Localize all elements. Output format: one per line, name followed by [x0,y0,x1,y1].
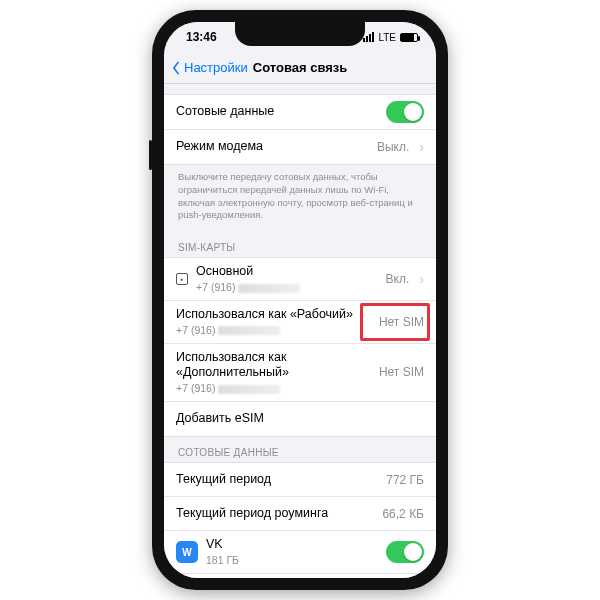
sim-value: Нет SIM [379,315,424,329]
hotspot-value: Выкл. [377,140,409,154]
sim-value: Нет SIM [379,365,424,379]
app-hotspot-row[interactable]: Режим модема 159 ГБ [164,574,436,578]
sim-section-header: SIM-КАРТЫ [164,232,436,257]
sim-phone: +7 (916) [196,281,235,293]
sim-title: Использовался как «Дополнительный» [176,350,371,381]
sim-row-work[interactable]: Использовался как «Рабочий» +7 (916) Нет… [164,301,436,344]
app-name: VK [206,537,378,553]
redacted [238,284,300,293]
app-sub: 181 ГБ [206,554,378,567]
page-title: Сотовая связь [253,60,347,75]
back-label: Настройки [184,60,248,75]
back-button[interactable]: Настройки [170,60,248,75]
nav-bar: Настройки Сотовая связь [164,52,436,84]
sim-title: Основной [196,264,378,280]
cellular-data-label: Сотовые данные [176,104,378,120]
roaming-value: 66,2 КБ [382,507,424,521]
redacted [218,385,280,394]
add-esim-row[interactable]: Добавить eSIM [164,402,436,436]
cellular-data-toggle[interactable] [386,101,424,123]
personal-hotspot-row[interactable]: Режим модема Выкл. › [164,130,436,164]
status-time: 13:46 [186,30,217,44]
roaming-label: Текущий период роуминга [176,506,374,522]
cellular-data-row[interactable]: Сотовые данные [164,95,436,130]
redacted [218,326,280,335]
data-section-header: СОТОВЫЕ ДАННЫЕ [164,437,436,462]
sim-phone: +7 (916) [176,382,215,394]
chevron-right-icon: › [419,139,424,155]
chevron-left-icon [170,61,182,75]
app-toggle[interactable] [386,541,424,563]
add-esim-label: Добавить eSIM [176,411,424,427]
battery-icon [400,33,418,42]
content: Сотовые данные Режим модема Выкл. › Выкл… [164,84,436,578]
cellular-note: Выключите передачу сотовых данных, чтобы… [164,165,436,232]
hotspot-label: Режим модема [176,139,369,155]
current-period-row[interactable]: Текущий период 772 ГБ [164,463,436,497]
sim-title: Использовался как «Рабочий» [176,307,371,323]
sim-icon: ▪ [176,273,188,285]
period-label: Текущий период [176,472,378,488]
roaming-period-row[interactable]: Текущий период роуминга 66,2 КБ [164,497,436,531]
network-label: LTE [378,32,396,43]
vk-app-icon: W [176,541,198,563]
chevron-right-icon: › [419,271,424,287]
signal-icon [363,32,374,42]
period-value: 772 ГБ [386,473,424,487]
sim-row-primary[interactable]: ▪ Основной +7 (916) Вкл. › [164,258,436,301]
app-vk-row[interactable]: W VK 181 ГБ [164,531,436,574]
notch [235,22,365,46]
sim-value: Вкл. [386,272,410,286]
sim-row-extra[interactable]: Использовался как «Дополнительный» +7 (9… [164,344,436,402]
sim-phone: +7 (916) [176,324,215,336]
